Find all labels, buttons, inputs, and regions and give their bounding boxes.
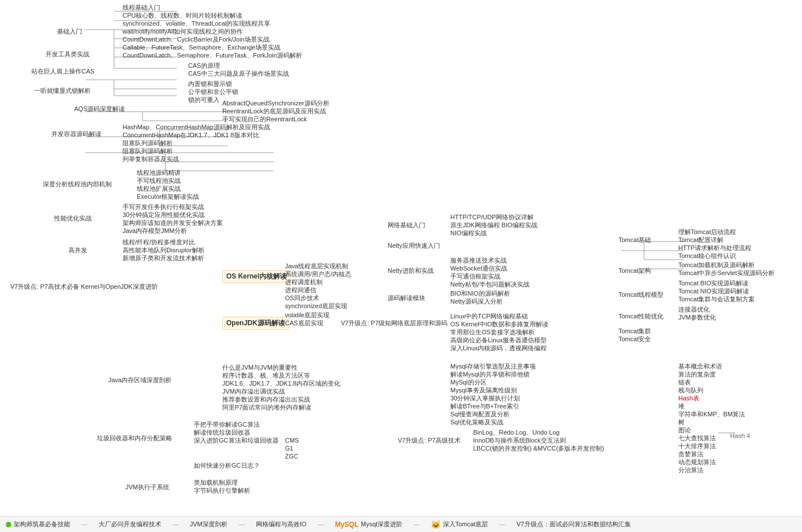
- node-zgc: ZGC: [285, 452, 298, 461]
- node-netty-jinjie: Netty进阶和实战: [388, 267, 434, 275]
- node-alip7-duiwai: 阿里P7面试常问的堆外内存解读: [222, 403, 311, 412]
- node-executor: Executor框架解读实战: [137, 193, 199, 201]
- nav-sep-5: —: [414, 521, 420, 527]
- node-lbcc-mvcc: LBCC(锁的并发控制) &MVCC(多版本并发控制): [473, 444, 604, 453]
- nav-item-kaifa[interactable]: 大厂必问开发编程技术: [99, 520, 161, 529]
- node-tomcat-jichu: Tomcat基础: [618, 236, 651, 244]
- node-nianban: Netty粘包/半包问题解决实战: [450, 280, 530, 289]
- mind-map-container: 基础入门 线程基础入门 CPU核心数、线程数、时间片轮转机制解读 synchro…: [0, 0, 802, 532]
- nav-item-jichu[interactable]: 架构师筑基必备技能: [6, 520, 70, 529]
- nav-algo-label: V7升级点：面试必问算法和数据结构汇集: [516, 520, 630, 529]
- nav-sep-6: —: [499, 521, 505, 527]
- nav-kaifa-label: 大厂必问开发编程技术: [99, 520, 161, 529]
- node-sql-youhua: Sql优化策略及实战: [450, 418, 503, 427]
- nav-sep-3: —: [239, 521, 245, 527]
- node-tomcat-anquan: Tomcat安全: [618, 335, 651, 343]
- node-gc-label: 垃圾回收器和内存分配策略: [97, 434, 172, 443]
- node-xingneng: 性能优化实战: [54, 214, 92, 223]
- node-zijiema: 字节码执行引擎解析: [194, 486, 250, 495]
- node-v7-mysql: V7升级点: P7高级技术: [398, 436, 461, 445]
- node-kaifagongju: 开发工具类实战: [46, 50, 89, 59]
- node-fuzhirongqi: 列举复制容器及实战: [123, 155, 179, 163]
- node-openjdk-label: OpenJDK源码解读: [222, 317, 289, 330]
- node-aqs: AQS源码深度解读: [74, 105, 125, 113]
- node-netty-yuanma: Netty源码深入分析: [450, 297, 503, 306]
- nav-tomcat-label: 深入Tomcat底层: [443, 520, 488, 529]
- nav-sep-4: —: [318, 521, 324, 527]
- node-xinzeng-yuanzi: 新增原子类和开发流技术解析: [123, 254, 204, 263]
- node-tomcat-jiqun: Tomcat集群与会话复制方案: [678, 295, 755, 304]
- nav-jvm-label: JVM深度剖析: [190, 520, 227, 529]
- nav-item-tomcat[interactable]: 🐱 深入Tomcat底层: [431, 520, 488, 529]
- nav-item-jvm[interactable]: JVM深度剖析: [190, 520, 227, 529]
- nav-sep-1: —: [82, 521, 87, 527]
- node-cas-label: 站在巨人肩上操作CAS: [31, 67, 95, 76]
- node-xianchengchi: 深度分析线程池内部机制: [43, 180, 112, 189]
- node-jvm-youhua: JVM参数优化: [678, 313, 716, 322]
- node-v7-kernel: V7升级点: P7高技术必备 Kernel与OpenJDK深度进阶: [10, 283, 158, 291]
- nav-item-wangluo[interactable]: 网格编程与高效IO: [256, 520, 307, 529]
- node-tomcat-xingneng: Tomcat性能优化: [618, 312, 663, 321]
- nav-mysql-icon: MySQL: [335, 521, 359, 529]
- node-yuanma-mokuai: 源码解读模块: [388, 294, 425, 302]
- node-sync-dixian: synchronized底层实现: [285, 302, 347, 310]
- node-wangluo-jichu: 网络基础入门: [388, 221, 425, 230]
- node-yisuo: 一听就懂显式锁解析: [34, 87, 91, 95]
- node-tomcat-servlet: Tomcat中异步Servlet实现源码分析: [678, 269, 775, 277]
- nav-sep-2: —: [173, 521, 178, 527]
- node-shenru-linux: 深入Linux内核源码，透视网络编程: [450, 344, 547, 353]
- node-bingfa-rongqi: 并发容器源码解读: [51, 130, 101, 138]
- node-jvm-exec: JVM执行子系统: [125, 483, 169, 492]
- node-shenjin-gc: 深入进阶GC算法和垃圾回收器: [194, 436, 279, 445]
- node-cas-wenti: CAS中三大问题及原子操作场景实战: [188, 69, 289, 78]
- node-jvm-memory: Java内存区域深度剖析: [108, 376, 172, 384]
- node-netty-quick: Netty应用快速入门: [388, 242, 440, 250]
- node-gc-riji: 如何快速分析GC日志？: [194, 461, 260, 470]
- node-algo-fenzhi: 分治算法: [678, 466, 703, 474]
- node-oskernel-label: OS Kernel内核解读: [222, 270, 291, 283]
- node-cas-dixian: CAS底层实现: [285, 319, 323, 328]
- node-countdownlatch2: CountDownLatch、Semaphore、FutureTask、Fork…: [123, 51, 302, 60]
- nav-dot-icon: [6, 522, 11, 527]
- node-hash4-label: Hash 4: [730, 432, 750, 440]
- node-algo-zifu: 字符串和KMP、BM算法: [678, 410, 745, 419]
- node-tomcat-jiagou: Tomcat架构: [618, 267, 651, 275]
- nav-item-algo[interactable]: V7升级点：面试必问算法和数据结构汇集: [516, 520, 630, 529]
- node-tomcat-zujian: Tomcat核心组件认识: [678, 252, 736, 260]
- node-gaobingfa: 高并发: [68, 246, 87, 255]
- node-nio: NIO编程实战: [450, 229, 487, 238]
- node-v7-wangluo: V7升级点: P7级知网络底层原理和源码: [341, 319, 447, 328]
- nav-item-mysql[interactable]: MySQL Mysql深度进阶: [335, 520, 402, 529]
- nav-cat-icon: 🐱: [431, 520, 441, 529]
- nav-wangluo-label: 网格编程与高效IO: [256, 520, 307, 529]
- node-jmm: Java内存模型JMM分析: [123, 227, 187, 235]
- nav-mysql-label: Mysql深度进阶: [361, 520, 402, 529]
- node-suochongrujin: 锁的可重入: [188, 96, 219, 104]
- node-jichu-rumen: 基础入门: [57, 27, 82, 36]
- bottom-nav: 架构师筑基必备技能 — 大厂必问开发编程技术 — JVM深度剖析 — 网格编程与…: [0, 516, 802, 532]
- node-tomcat-xiancheng: Tomcat线程模型: [618, 290, 663, 299]
- nav-jichu-label: 架构师筑基必备技能: [14, 520, 70, 529]
